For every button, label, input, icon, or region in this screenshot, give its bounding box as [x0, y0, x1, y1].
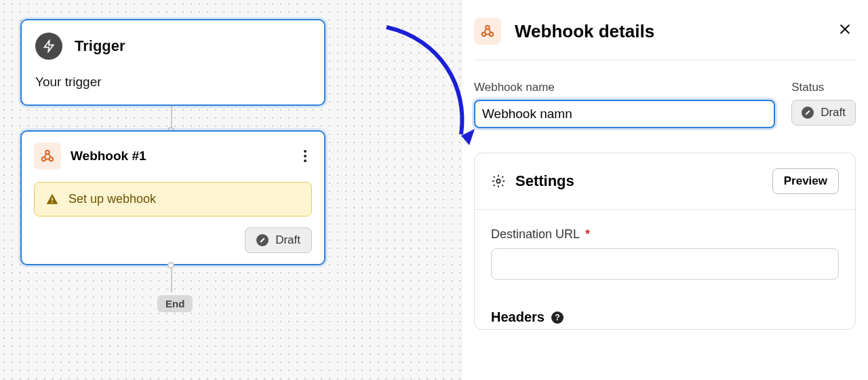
trigger-card[interactable]: Trigger Your trigger — [20, 19, 326, 106]
headers-label: Headers — [491, 309, 545, 325]
trigger-title: Trigger — [75, 37, 125, 55]
trigger-subtitle: Your trigger — [35, 75, 311, 90]
dots-vertical-icon — [304, 150, 307, 162]
webhook-icon — [474, 18, 501, 45]
status-badge: Draft — [245, 227, 312, 253]
settings-title: Settings — [515, 172, 574, 190]
close-icon — [838, 22, 852, 36]
panel-title: Webhook details — [515, 21, 654, 42]
details-panel: Webhook details Webhook name Status Draf… — [461, 0, 868, 380]
svg-rect-5 — [52, 202, 53, 203]
destination-url-input[interactable] — [491, 248, 839, 280]
draft-icon — [256, 234, 269, 246]
settings-section: Settings Preview Destination URL * Heade… — [474, 153, 856, 330]
svg-rect-4 — [52, 197, 53, 200]
bolt-icon — [35, 33, 62, 60]
warning-icon — [45, 193, 59, 206]
webhook-title: Webhook #1 — [71, 149, 146, 164]
webhook-icon — [34, 142, 61, 170]
card-menu-button[interactable] — [298, 145, 312, 168]
svg-point-1 — [42, 157, 46, 162]
end-node: End — [157, 295, 193, 312]
draft-icon — [802, 107, 814, 119]
required-indicator: * — [585, 227, 590, 242]
close-button[interactable] — [834, 18, 856, 44]
webhook-card[interactable]: Webhook #1 Set up webhook Draft — [20, 130, 326, 265]
status-chip-label: Draft — [821, 106, 846, 119]
svg-point-6 — [482, 33, 486, 37]
svg-point-7 — [490, 33, 494, 37]
status-badge-label: Draft — [275, 233, 300, 247]
connector — [171, 265, 172, 292]
setup-webhook-banner[interactable]: Set up webhook — [34, 182, 312, 216]
help-icon[interactable]: ? — [551, 311, 564, 324]
name-label: Webhook name — [474, 81, 775, 94]
gear-icon — [491, 174, 506, 189]
svg-point-9 — [496, 179, 500, 183]
destination-url-label: Destination URL * — [491, 227, 839, 242]
preview-button[interactable]: Preview — [772, 168, 839, 194]
connector — [171, 106, 172, 130]
setup-banner-text: Set up webhook — [68, 192, 156, 206]
webhook-name-input[interactable] — [474, 100, 775, 128]
status-chip[interactable]: Draft — [791, 100, 856, 126]
workflow-canvas[interactable]: Trigger Your trigger Webhook #1 Set up w… — [0, 0, 461, 380]
status-label: Status — [791, 81, 856, 94]
svg-point-2 — [50, 157, 54, 162]
